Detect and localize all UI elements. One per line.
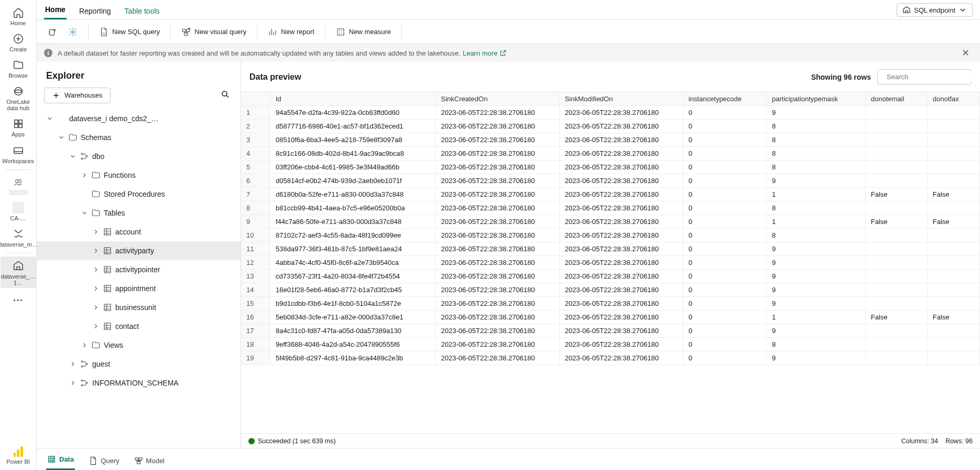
cell-SinkCreatedOn[interactable]: 2023-06-05T22:28:38.2706180 bbox=[435, 147, 559, 161]
cell-donotfax[interactable] bbox=[928, 133, 980, 147]
cell-Id[interactable]: 8a4c31c0-fd87-47fa-a05d-0da57389a130 bbox=[270, 324, 435, 338]
view-tab-model[interactable]: Model bbox=[133, 452, 166, 470]
nav-ws-dvm[interactable]: dataverse_m… bbox=[1, 225, 36, 250]
new-report-button[interactable]: New report bbox=[265, 25, 318, 39]
cell-instancetypecode[interactable]: 0 bbox=[683, 283, 767, 297]
table-row[interactable]: 503ff206e-cbb4-4c61-9985-3e3f449ad66b202… bbox=[241, 161, 980, 174]
nav-home[interactable]: Home bbox=[1, 3, 36, 28]
cell-donotemail[interactable] bbox=[866, 147, 928, 161]
cell-SinkModifiedOn[interactable]: 2023-06-05T22:28:38.2706180 bbox=[560, 188, 683, 201]
table-row[interactable]: 6d05814cf-e0b2-474b-939d-2aeb0eb1071f202… bbox=[241, 174, 980, 188]
cell-participationtypemask[interactable]: 9 bbox=[767, 351, 866, 365]
cell-Id[interactable]: 9eff3688-4046-4a2d-a54c-2047890555f6 bbox=[270, 338, 435, 351]
cell-participationtypemask[interactable]: 1 bbox=[767, 311, 866, 324]
nav-create[interactable]: Create bbox=[1, 29, 36, 55]
cell-donotemail[interactable] bbox=[866, 283, 928, 297]
cell-donotfax[interactable] bbox=[928, 120, 980, 133]
cell-SinkCreatedOn[interactable]: 2023-06-05T22:28:38.2706180 bbox=[435, 161, 559, 174]
cell-Id[interactable]: 94a5547e-d2fa-4c39-922a-0cb63ffd0d60 bbox=[270, 106, 435, 120]
node-schemas[interactable]: Schemas bbox=[37, 128, 241, 147]
cell-donotfax[interactable] bbox=[928, 161, 980, 174]
cell-donotfax[interactable] bbox=[928, 297, 980, 311]
cell-participationtypemask[interactable]: 8 bbox=[767, 201, 866, 215]
cell-instancetypecode[interactable]: 0 bbox=[683, 201, 767, 215]
table-row[interactable]: 11538da977-36f3-461b-87c5-1bf9e81aea2420… bbox=[241, 242, 980, 256]
cell-Id[interactable]: d5877716-6986-40e1-ac57-bf1d362eced1 bbox=[270, 120, 435, 133]
cell-donotemail[interactable] bbox=[866, 324, 928, 338]
tab-tabletools[interactable]: Table tools bbox=[124, 3, 161, 19]
explorer-search-button[interactable] bbox=[217, 87, 233, 104]
cell-SinkModifiedOn[interactable]: 2023-06-05T22:28:38.2706180 bbox=[560, 338, 683, 351]
column-header-donotfax[interactable]: donotfax bbox=[928, 92, 980, 106]
nav-ws-ca[interactable]: CA-… bbox=[1, 198, 36, 223]
cell-SinkModifiedOn[interactable]: 2023-06-05T22:28:38.2706180 bbox=[560, 201, 683, 215]
cell-donotfax[interactable] bbox=[928, 351, 980, 365]
cell-instancetypecode[interactable]: 0 bbox=[683, 256, 767, 270]
cell-donotemail[interactable] bbox=[866, 120, 928, 133]
table-row[interactable]: 15b9d1cdbb-f3b6-4e1f-8cb0-5104a1c5872e20… bbox=[241, 297, 980, 311]
cell-SinkModifiedOn[interactable]: 2023-06-05T22:28:38.2706180 bbox=[560, 106, 683, 120]
cell-SinkModifiedOn[interactable]: 2023-06-05T22:28:38.2706180 bbox=[560, 351, 683, 365]
cell-participationtypemask[interactable]: 8 bbox=[767, 147, 866, 161]
cell-donotemail[interactable]: False bbox=[866, 188, 928, 201]
cell-Id[interactable]: 03ff206e-cbb4-4c61-9985-3e3f449ad66b bbox=[270, 161, 435, 174]
cell-instancetypecode[interactable]: 0 bbox=[683, 188, 767, 201]
cell-donotfax[interactable]: False bbox=[928, 188, 980, 201]
node-views[interactable]: Views bbox=[37, 336, 241, 355]
cell-SinkCreatedOn[interactable]: 2023-06-05T22:28:38.2706180 bbox=[435, 256, 559, 270]
preview-search[interactable] bbox=[877, 69, 972, 84]
data-grid[interactable]: IdSinkCreatedOnSinkModifiedOninstancetyp… bbox=[241, 92, 980, 365]
cell-donotfax[interactable] bbox=[928, 270, 980, 283]
table-row[interactable]: 165eb0834d-3cfe-e711-a82e-000d3a37c8e120… bbox=[241, 311, 980, 324]
new-measure-button[interactable]: New measure bbox=[333, 25, 394, 39]
table-row[interactable]: 195f49b5b8-d297-4c81-91ba-9ca4489c2e3b20… bbox=[241, 351, 980, 365]
cell-participationtypemask[interactable]: 8 bbox=[767, 133, 866, 147]
table-row[interactable]: 1416e01f28-5eb6-46a0-8772-b1a7d3f2cb4520… bbox=[241, 283, 980, 297]
cell-participationtypemask[interactable]: 9 bbox=[767, 270, 866, 283]
cell-donotemail[interactable] bbox=[866, 174, 928, 188]
cell-participationtypemask[interactable]: 9 bbox=[767, 242, 866, 256]
tab-home[interactable]: Home bbox=[44, 1, 67, 19]
cell-participationtypemask[interactable]: 8 bbox=[767, 338, 866, 351]
node-table-appointment[interactable]: appointment bbox=[37, 279, 241, 298]
cell-instancetypecode[interactable]: 0 bbox=[683, 324, 767, 338]
cell-SinkCreatedOn[interactable]: 2023-06-05T22:28:38.2706180 bbox=[435, 324, 559, 338]
cell-donotemail[interactable]: False bbox=[866, 215, 928, 229]
tab-reporting[interactable]: Reporting bbox=[78, 3, 112, 19]
cell-Id[interactable]: 5eb0834d-3cfe-e711-a82e-000d3a37c8e1 bbox=[270, 311, 435, 324]
cell-SinkModifiedOn[interactable]: 2023-06-05T22:28:38.2706180 bbox=[560, 120, 683, 133]
cell-instancetypecode[interactable]: 0 bbox=[683, 161, 767, 174]
cell-donotemail[interactable] bbox=[866, 297, 928, 311]
column-header-donotemail[interactable]: donotemail bbox=[866, 92, 928, 106]
cell-Id[interactable]: 8c91c166-08db-402d-8b41-9ac39ac9bca8 bbox=[270, 147, 435, 161]
nav-apps[interactable]: Apps bbox=[1, 114, 36, 140]
cell-SinkCreatedOn[interactable]: 2023-06-05T22:28:38.2706180 bbox=[435, 242, 559, 256]
table-row[interactable]: 124abba74c-4cf0-45f0-8c6f-a2e73b9540ca20… bbox=[241, 256, 980, 270]
cell-donotemail[interactable] bbox=[866, 106, 928, 120]
cell-donotemail[interactable] bbox=[866, 201, 928, 215]
cell-participationtypemask[interactable]: 9 bbox=[767, 297, 866, 311]
cell-SinkCreatedOn[interactable]: 2023-06-05T22:28:38.2706180 bbox=[435, 311, 559, 324]
node-sprocs[interactable]: Stored Procedures bbox=[37, 185, 241, 204]
cell-donotfax[interactable] bbox=[928, 201, 980, 215]
nav-ws-dvi[interactable]: dataverse_…1… bbox=[1, 257, 36, 288]
table-row[interactable]: 8b81ccb99-4b41-4aea-b7c5-e96e05200b0a202… bbox=[241, 201, 980, 215]
cell-donotemail[interactable] bbox=[866, 161, 928, 174]
mode-dropdown[interactable]: SQL endpoint bbox=[897, 3, 973, 17]
cell-SinkModifiedOn[interactable]: 2023-06-05T22:28:38.2706180 bbox=[560, 242, 683, 256]
cell-donotfax[interactable] bbox=[928, 283, 980, 297]
cell-Id[interactable]: b9d1cdbb-f3b6-4e1f-8cb0-5104a1c5872e bbox=[270, 297, 435, 311]
table-row[interactable]: 9f44c7a86-50fe-e711-a830-000d3a37c848202… bbox=[241, 215, 980, 229]
cell-SinkModifiedOn[interactable]: 2023-06-05T22:28:38.2706180 bbox=[560, 215, 683, 229]
cell-participationtypemask[interactable]: 9 bbox=[767, 174, 866, 188]
node-dbo[interactable]: dbo bbox=[37, 147, 241, 166]
banner-close-button[interactable]: ✕ bbox=[959, 46, 973, 60]
cell-donotfax[interactable] bbox=[928, 106, 980, 120]
cell-participationtypemask[interactable]: 8 bbox=[767, 161, 866, 174]
table-row[interactable]: 194a5547e-d2fa-4c39-922a-0cb63ffd0d60202… bbox=[241, 106, 980, 120]
cell-SinkCreatedOn[interactable]: 2023-06-05T22:28:38.2706180 bbox=[435, 120, 559, 133]
table-row[interactable]: 178a4c31c0-fd87-47fa-a05d-0da57389a13020… bbox=[241, 324, 980, 338]
cell-donotfax[interactable] bbox=[928, 174, 980, 188]
cell-SinkCreatedOn[interactable]: 2023-06-05T22:28:38.2706180 bbox=[435, 174, 559, 188]
view-tab-data[interactable]: Data bbox=[46, 450, 75, 470]
